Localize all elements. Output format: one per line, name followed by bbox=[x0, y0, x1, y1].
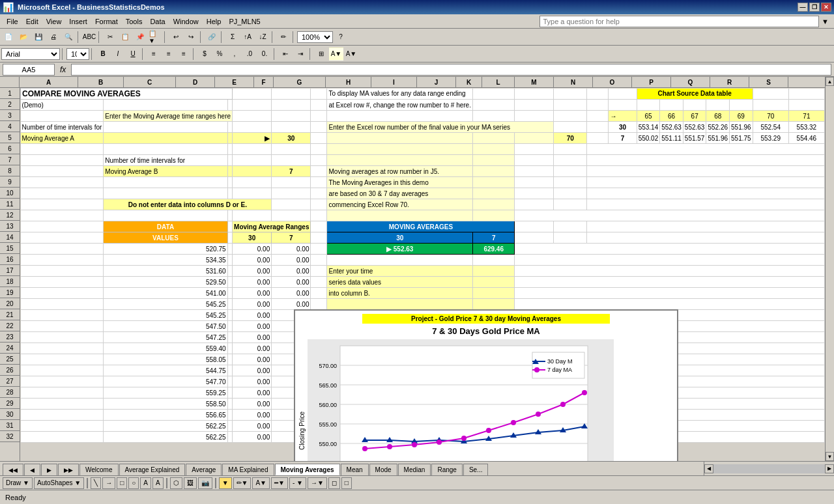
cell-b17[interactable]: 531.60 bbox=[104, 266, 227, 277]
cell-l4[interactable]: 30 bbox=[609, 122, 637, 133]
tab-average[interactable]: Average bbox=[186, 464, 222, 475]
cell-i7[interactable] bbox=[515, 155, 554, 166]
col-q[interactable]: Q bbox=[671, 77, 710, 87]
cell-p2[interactable] bbox=[706, 100, 730, 111]
menu-data[interactable]: Data bbox=[146, 16, 169, 27]
tab-average-explained[interactable]: Average Explained bbox=[119, 464, 186, 475]
cell-i6[interactable] bbox=[515, 144, 554, 155]
row-18[interactable]: 18 bbox=[0, 276, 20, 287]
cell-h17[interactable] bbox=[472, 266, 515, 277]
hyperlink-button[interactable]: 🔗 bbox=[205, 31, 219, 44]
clipart-tool[interactable]: 🖼 bbox=[184, 477, 197, 489]
cell-a20[interactable] bbox=[21, 299, 104, 310]
cell-a11[interactable] bbox=[21, 199, 104, 210]
cell-b5[interactable] bbox=[104, 133, 227, 144]
cell-f9[interactable] bbox=[311, 177, 327, 188]
cell-d3[interactable] bbox=[233, 111, 272, 122]
cell-c23[interactable] bbox=[227, 332, 232, 343]
cell-f20[interactable] bbox=[311, 299, 327, 310]
cell-i11[interactable] bbox=[515, 199, 554, 210]
col-c[interactable]: C bbox=[124, 77, 176, 87]
cell-s4[interactable]: 553.32 bbox=[788, 122, 824, 133]
cell-b30[interactable]: 556.65 bbox=[104, 410, 227, 421]
fill-color-draw[interactable]: ▼ bbox=[219, 477, 232, 489]
cell-f1[interactable] bbox=[311, 89, 327, 100]
line-color-draw[interactable]: ✏▼ bbox=[233, 477, 252, 489]
row-28[interactable]: 28 bbox=[0, 387, 20, 398]
cell-c21[interactable] bbox=[227, 310, 232, 321]
cell-g17[interactable]: Enter your time bbox=[327, 266, 472, 277]
row-13[interactable]: 13 bbox=[0, 221, 20, 232]
cell-e3[interactable] bbox=[272, 111, 311, 122]
menu-view[interactable]: View bbox=[42, 16, 66, 27]
cell-a19[interactable] bbox=[21, 288, 104, 299]
cell-c25[interactable] bbox=[227, 354, 232, 365]
undo-button[interactable]: ↩ bbox=[169, 31, 183, 44]
cell-a9[interactable] bbox=[21, 177, 104, 188]
cell-d13[interactable]: Moving Average Ranges bbox=[233, 221, 311, 232]
cell-e2[interactable] bbox=[272, 100, 311, 111]
menu-help[interactable]: Help bbox=[203, 16, 225, 27]
menu-tools[interactable]: Tools bbox=[122, 16, 147, 27]
cell-g4[interactable]: Enter the Excel row number of the final … bbox=[327, 122, 554, 133]
drawing-button[interactable]: ✏ bbox=[276, 31, 291, 44]
cell-a15[interactable] bbox=[21, 244, 104, 255]
cell-c10[interactable] bbox=[227, 188, 232, 199]
cell-h8[interactable] bbox=[472, 166, 515, 177]
italic-button[interactable]: I bbox=[111, 48, 125, 61]
cell-a3[interactable] bbox=[21, 111, 104, 122]
cell-i3[interactable] bbox=[515, 111, 554, 122]
cell-a25[interactable] bbox=[21, 354, 104, 365]
cell-c24[interactable] bbox=[227, 343, 232, 354]
cell-h19[interactable] bbox=[472, 288, 515, 299]
cell-g3[interactable] bbox=[327, 111, 472, 122]
menu-pj[interactable]: PJ_MLN5 bbox=[225, 16, 264, 27]
minimize-button[interactable]: — bbox=[798, 3, 808, 12]
col-h[interactable]: H bbox=[326, 77, 371, 87]
cell-c28[interactable] bbox=[227, 387, 232, 399]
cell-i12[interactable] bbox=[515, 210, 825, 221]
cell-g2[interactable]: at Excel row #, change the row number to… bbox=[327, 100, 472, 111]
cell-j3[interactable] bbox=[554, 111, 587, 122]
cell-b8[interactable]: Moving Average B bbox=[104, 166, 227, 177]
cell-e4[interactable] bbox=[272, 122, 311, 133]
cell-a12[interactable] bbox=[21, 210, 104, 221]
cell-j8[interactable] bbox=[554, 166, 587, 177]
cell-i10[interactable] bbox=[515, 188, 554, 199]
cell-h6[interactable] bbox=[472, 144, 515, 155]
cell-h10[interactable] bbox=[472, 188, 515, 199]
cell-c32[interactable] bbox=[227, 432, 232, 443]
cell-d21[interactable]: 0.00 bbox=[233, 310, 272, 321]
cell-i18[interactable] bbox=[515, 277, 825, 288]
menu-format[interactable]: Format bbox=[91, 16, 122, 27]
cell-c7[interactable] bbox=[227, 155, 232, 166]
tab-nav-next[interactable]: ▶ bbox=[41, 464, 57, 475]
embedded-chart[interactable]: Project - Gold Price 7 & 30 day Moving A… bbox=[294, 309, 678, 461]
open-button[interactable]: 📂 bbox=[16, 31, 31, 44]
cell-d18[interactable]: 0.00 bbox=[233, 277, 272, 288]
col-i[interactable]: I bbox=[371, 77, 417, 87]
tab-se[interactable]: Se... bbox=[463, 464, 489, 475]
cell-o2[interactable] bbox=[683, 100, 706, 111]
cell-j13[interactable] bbox=[554, 221, 587, 232]
cell-c13[interactable] bbox=[227, 221, 232, 232]
arrow-tool[interactable]: → bbox=[102, 477, 115, 489]
row-2[interactable]: 2 bbox=[0, 99, 20, 110]
font-color-draw[interactable]: A▼ bbox=[252, 477, 270, 489]
cell-a28[interactable] bbox=[21, 387, 104, 399]
cell-i8[interactable] bbox=[515, 166, 554, 177]
cell-b16[interactable]: 534.35 bbox=[104, 255, 227, 266]
cell-d14[interactable]: 30 bbox=[233, 232, 272, 244]
cell-l1[interactable] bbox=[609, 89, 637, 100]
row-9[interactable]: 9 bbox=[0, 176, 20, 188]
font-select[interactable]: Arial bbox=[1, 48, 60, 60]
3d-draw[interactable]: □ bbox=[341, 477, 352, 489]
cell-h12[interactable] bbox=[472, 210, 515, 221]
cell-a2[interactable]: (Demo) bbox=[21, 100, 104, 111]
cell-g18[interactable]: series data values bbox=[327, 277, 472, 288]
cell-f17[interactable] bbox=[311, 266, 327, 277]
help-dropdown[interactable]: ▼ bbox=[822, 18, 829, 25]
cell-r1[interactable] bbox=[753, 89, 788, 100]
fill-color-button[interactable]: A▼ bbox=[329, 48, 343, 61]
tab-mean[interactable]: Mean bbox=[341, 464, 369, 475]
